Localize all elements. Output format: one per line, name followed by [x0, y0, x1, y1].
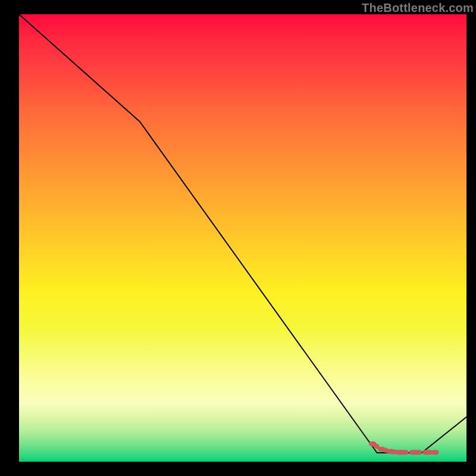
highlight-connector [381, 449, 386, 450]
chart-frame: TheBottleneck.com [0, 0, 476, 476]
highlight-connector [372, 444, 377, 447]
plot-svg [19, 14, 466, 462]
highlight-connector [390, 452, 395, 452]
watermark-label: TheBottleneck.com [362, 1, 474, 15]
plot-area [19, 14, 466, 462]
main-curve-line [19, 14, 466, 453]
